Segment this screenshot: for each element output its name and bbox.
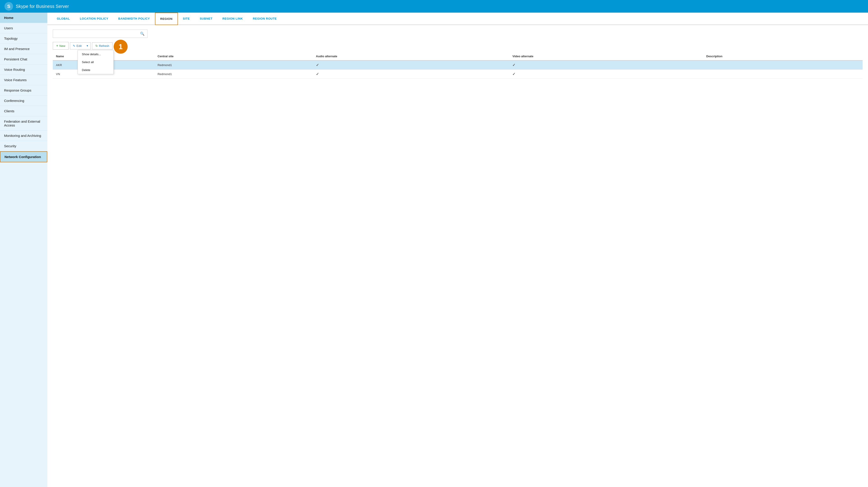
sidebar-item-voice-features[interactable]: Voice Features <box>0 75 48 85</box>
audio-check: ✓ <box>316 72 319 76</box>
video-check: ✓ <box>513 72 515 76</box>
sidebar-item-voice-routing[interactable]: Voice Routing <box>0 64 48 75</box>
sidebar-item-persistent-chat[interactable]: Persistent Chat <box>0 54 48 64</box>
sidebar-item-network-config[interactable]: Network Configuration <box>0 151 48 162</box>
audio-check: ✓ <box>316 63 319 67</box>
step-badge: 1 <box>114 40 128 54</box>
cell-description <box>703 60 863 70</box>
sidebar-item-federation[interactable]: Federation and External Access <box>0 116 48 131</box>
table-row[interactable]: AKR Redmond1 ✓ ✓ <box>53 60 863 70</box>
edit-dropdown: ✎ Edit ▼ <box>70 42 90 50</box>
tab-region[interactable]: REGION <box>155 12 178 25</box>
toolbar: + New ✎ Edit ▼ ↻ Refresh Show details. <box>53 42 863 50</box>
tab-subnet[interactable]: SUBNET <box>195 13 217 24</box>
table-row[interactable]: VN Redmond1 ✓ ✓ <box>53 70 863 79</box>
header: S Skype for Business Server <box>0 0 868 12</box>
cell-central-site: Redmond1 <box>154 70 313 79</box>
col-description: Description <box>703 52 863 60</box>
tab-bar: GLOBAL LOCATION POLICY BANDWIDTH POLICY … <box>48 12 868 25</box>
search-bar: 🔍 <box>53 30 148 38</box>
sidebar-item-topology[interactable]: Topology <box>0 33 48 44</box>
col-audio-alternate: Audio alternate <box>313 52 509 60</box>
sidebar-item-conferencing[interactable]: Conferencing <box>0 96 48 106</box>
cell-description <box>703 70 863 79</box>
main-content: GLOBAL LOCATION POLICY BANDWIDTH POLICY … <box>48 12 868 487</box>
sidebar-item-monitoring[interactable]: Monitoring and Archiving <box>0 131 48 141</box>
pencil-icon: ✎ <box>73 44 75 47</box>
cell-audio-alternate: ✓ <box>313 60 509 70</box>
sidebar-item-im-presence[interactable]: IM and Presence <box>0 44 48 54</box>
search-input[interactable] <box>53 30 137 37</box>
new-label: New <box>59 44 65 47</box>
cell-video-alternate: ✓ <box>509 70 703 79</box>
tab-region-link[interactable]: REGION LINK <box>217 13 248 24</box>
table-header: Name Central site Audio alternate Video … <box>53 52 863 60</box>
sidebar-item-users[interactable]: Users <box>0 23 48 33</box>
refresh-icon: ↻ <box>95 44 98 47</box>
tab-site[interactable]: SITE <box>178 13 195 24</box>
dropdown-menu: Show details... Select all Delete <box>78 50 114 74</box>
dropdown-delete[interactable]: Delete <box>78 66 114 74</box>
app-title: Skype for Business Server <box>16 4 69 9</box>
table-body: AKR Redmond1 ✓ ✓ VN Redmond1 ✓ ✓ <box>53 60 863 79</box>
tab-region-route[interactable]: REGION ROUTE <box>248 13 282 24</box>
dropdown-select-all[interactable]: Select all <box>78 58 114 66</box>
main-layout: Home Users Topology IM and Presence Pers… <box>0 12 868 487</box>
sidebar: Home Users Topology IM and Presence Pers… <box>0 12 48 487</box>
plus-icon: + <box>56 44 58 48</box>
svg-text:S: S <box>7 4 10 9</box>
edit-dropdown-arrow[interactable]: ▼ <box>84 43 90 49</box>
edit-button[interactable]: ✎ Edit <box>70 43 84 49</box>
skype-logo: S <box>4 2 13 10</box>
cell-video-alternate: ✓ <box>509 60 703 70</box>
col-video-alternate: Video alternate <box>509 52 703 60</box>
cell-audio-alternate: ✓ <box>313 70 509 79</box>
content-area: 🔍 + New ✎ Edit ▼ ↻ Refresh <box>48 25 868 83</box>
new-button[interactable]: + New <box>53 42 68 50</box>
tab-location-policy[interactable]: LOCATION POLICY <box>75 13 113 24</box>
tab-bandwidth-policy[interactable]: BANDWIDTH POLICY <box>113 13 155 24</box>
video-check: ✓ <box>513 63 515 67</box>
col-central-site: Central site <box>154 52 313 60</box>
refresh-label: Refresh <box>99 44 110 47</box>
sidebar-item-home[interactable]: Home <box>0 12 48 23</box>
dropdown-show-details[interactable]: Show details... <box>78 50 114 58</box>
cell-central-site: Redmond1 <box>154 60 313 70</box>
edit-label: Edit <box>76 44 82 47</box>
data-table: Name Central site Audio alternate Video … <box>53 52 863 79</box>
refresh-button[interactable]: ↻ Refresh <box>92 42 113 50</box>
tab-global[interactable]: GLOBAL <box>52 13 75 24</box>
sidebar-item-response-groups[interactable]: Response Groups <box>0 85 48 96</box>
search-button[interactable]: 🔍 <box>137 30 147 38</box>
sidebar-item-security[interactable]: Security <box>0 141 48 151</box>
sidebar-item-clients[interactable]: Clients <box>0 106 48 116</box>
